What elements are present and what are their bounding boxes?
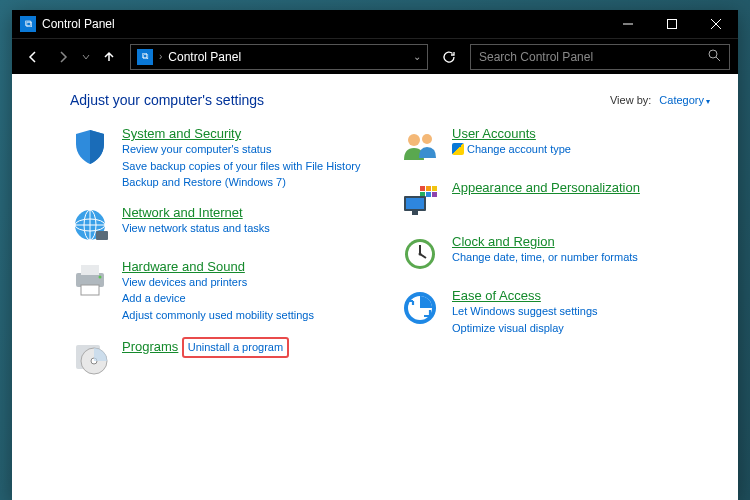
category-link-ease-of-access[interactable]: Ease of Access xyxy=(452,288,541,303)
app-icon: ⧉ xyxy=(20,16,36,32)
category-hardware-sound: Hardware and Sound View devices and prin… xyxy=(70,259,380,324)
category-link-hardware[interactable]: Hardware and Sound xyxy=(122,259,245,274)
link-change-account-type[interactable]: Change account type xyxy=(452,141,571,158)
link-change-date-time[interactable]: Change date, time, or number formats xyxy=(452,249,638,266)
link-devices-printers[interactable]: View devices and printers xyxy=(122,274,314,291)
category-link-programs[interactable]: Programs xyxy=(122,339,178,354)
svg-rect-19 xyxy=(426,192,431,197)
view-by-control: View by: Category▾ xyxy=(610,94,710,106)
printer-icon xyxy=(70,259,110,299)
svg-rect-8 xyxy=(81,285,99,295)
category-network-internet: Network and Internet View network status… xyxy=(70,205,380,245)
title-bar[interactable]: ⧉ Control Panel xyxy=(12,10,738,38)
svg-point-26 xyxy=(419,253,422,256)
svg-rect-16 xyxy=(426,186,431,191)
link-mobility-settings[interactable]: Adjust commonly used mobility settings xyxy=(122,307,314,324)
up-button[interactable] xyxy=(96,44,122,70)
svg-rect-17 xyxy=(432,186,437,191)
category-user-accounts: User Accounts Change account type xyxy=(400,126,710,166)
control-panel-icon: ⧉ xyxy=(137,49,153,65)
category-appearance: Appearance and Personalization xyxy=(400,180,710,220)
ease-of-access-icon xyxy=(400,288,440,328)
view-by-dropdown[interactable]: Category▾ xyxy=(659,94,710,106)
page-heading: Adjust your computer's settings xyxy=(70,92,264,108)
search-box[interactable] xyxy=(470,44,730,70)
content-area: Adjust your computer's settings View by:… xyxy=(12,74,738,500)
link-windows-suggest[interactable]: Let Windows suggest settings xyxy=(452,303,598,320)
address-dropdown-icon[interactable]: ⌄ xyxy=(413,51,421,62)
column-right: User Accounts Change account type xyxy=(400,126,710,391)
link-add-device[interactable]: Add a device xyxy=(122,290,314,307)
monitor-appearance-icon xyxy=(400,180,440,220)
category-programs: Programs Uninstall a program xyxy=(70,337,380,377)
link-backup-restore[interactable]: Backup and Restore (Windows 7) xyxy=(122,174,360,191)
shield-icon xyxy=(70,126,110,166)
svg-rect-20 xyxy=(432,192,437,197)
chevron-right-icon: › xyxy=(159,51,162,62)
window-title: Control Panel xyxy=(42,17,115,31)
category-link-network[interactable]: Network and Internet xyxy=(122,205,243,220)
category-system-security: System and Security Review your computer… xyxy=(70,126,380,191)
column-left: System and Security Review your computer… xyxy=(70,126,380,391)
link-optimize-visual[interactable]: Optimize visual display xyxy=(452,320,598,337)
svg-point-9 xyxy=(99,275,102,278)
svg-point-1 xyxy=(709,50,717,58)
recent-dropdown-icon[interactable] xyxy=(80,44,92,70)
category-link-clock-region[interactable]: Clock and Region xyxy=(452,234,555,249)
back-button[interactable] xyxy=(20,44,46,70)
svg-rect-0 xyxy=(668,20,677,29)
link-review-status[interactable]: Review your computer's status xyxy=(122,141,360,158)
view-by-label: View by: xyxy=(610,94,651,106)
category-link-appearance[interactable]: Appearance and Personalization xyxy=(452,180,640,195)
category-link-user-accounts[interactable]: User Accounts xyxy=(452,126,536,141)
highlight-uninstall: Uninstall a program xyxy=(182,337,289,358)
maximize-button[interactable] xyxy=(650,10,694,38)
disc-icon xyxy=(70,337,110,377)
address-bar[interactable]: ⧉ › Control Panel ⌄ xyxy=(130,44,428,70)
svg-rect-22 xyxy=(406,198,424,209)
clock-icon xyxy=(400,234,440,274)
minimize-button[interactable] xyxy=(606,10,650,38)
link-file-history[interactable]: Save backup copies of your files with Fi… xyxy=(122,158,360,175)
svg-point-14 xyxy=(422,134,432,144)
link-uninstall-program[interactable]: Uninstall a program xyxy=(188,341,283,353)
window-frame: ⧉ Control Panel ⧉ › xyxy=(12,10,738,500)
globe-icon xyxy=(70,205,110,245)
svg-rect-23 xyxy=(412,211,418,215)
forward-button[interactable] xyxy=(50,44,76,70)
uac-shield-icon xyxy=(452,143,464,155)
category-clock-region: Clock and Region Change date, time, or n… xyxy=(400,234,710,274)
refresh-button[interactable] xyxy=(436,44,462,70)
category-ease-of-access: Ease of Access Let Windows suggest setti… xyxy=(400,288,710,336)
address-path: Control Panel xyxy=(168,50,407,64)
search-input[interactable] xyxy=(479,50,708,64)
category-link-system-security[interactable]: System and Security xyxy=(122,126,241,141)
people-icon xyxy=(400,126,440,166)
link-network-status[interactable]: View network status and tasks xyxy=(122,220,270,237)
svg-point-13 xyxy=(408,134,420,146)
close-button[interactable] xyxy=(694,10,738,38)
svg-rect-5 xyxy=(96,231,108,240)
svg-rect-15 xyxy=(420,186,425,191)
search-icon[interactable] xyxy=(708,49,721,65)
svg-rect-7 xyxy=(81,265,99,275)
navigation-bar: ⧉ › Control Panel ⌄ xyxy=(12,38,738,74)
